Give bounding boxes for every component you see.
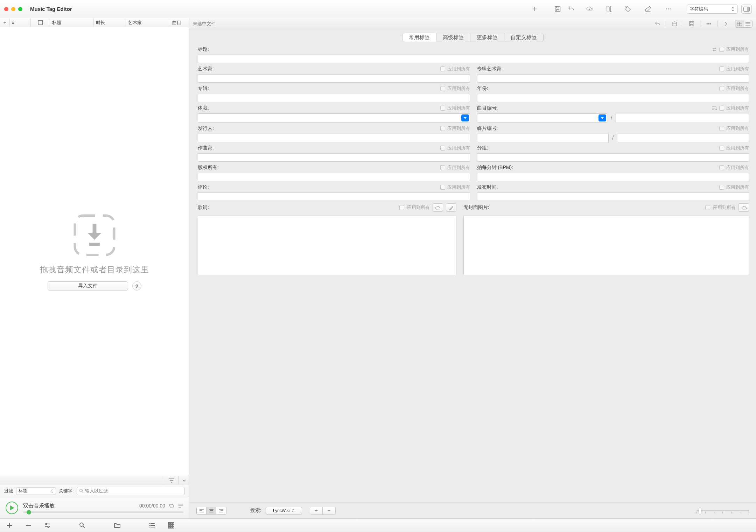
disc-total-input[interactable]	[617, 134, 749, 142]
genre-combo[interactable]	[198, 113, 470, 122]
tab-more[interactable]: 更多标签	[470, 33, 504, 42]
align-right-button[interactable]	[216, 507, 226, 514]
sort-icon[interactable]	[712, 105, 717, 111]
cover-add-button[interactable]: +	[310, 507, 323, 514]
detail-save-button[interactable]	[687, 20, 696, 28]
grouping-input[interactable]	[477, 153, 749, 162]
year-input[interactable]	[477, 94, 749, 102]
title-apply-check[interactable]	[719, 47, 724, 52]
bb-config-button[interactable]	[43, 521, 52, 530]
zoom-slider[interactable]	[696, 510, 749, 511]
search-engine-select[interactable]: LyricWiki	[266, 507, 302, 514]
col-title[interactable]: 标题	[50, 18, 94, 27]
bb-add-button[interactable]	[5, 521, 14, 530]
close-window-button[interactable]	[4, 7, 8, 11]
view-mode-list[interactable]	[744, 20, 752, 27]
publisher-input[interactable]	[198, 134, 470, 142]
album-input[interactable]	[198, 94, 470, 102]
zoom-window-button[interactable]	[18, 7, 22, 11]
svg-rect-29	[173, 525, 174, 526]
artist-input[interactable]	[198, 74, 470, 83]
col-artist[interactable]: 艺术家	[126, 18, 170, 27]
col-cover[interactable]	[31, 18, 50, 27]
filter-field-select[interactable]: 标题	[16, 487, 56, 495]
lyrics-edit-button[interactable]	[446, 203, 456, 212]
detail-undo-button[interactable]	[652, 20, 662, 28]
title-input[interactable]	[198, 55, 749, 63]
discno-apply-check[interactable]	[719, 126, 724, 131]
copyright-apply-check[interactable]	[440, 165, 445, 170]
composer-input[interactable]	[198, 153, 470, 162]
encoding-select[interactable]: 字符编码	[687, 5, 738, 14]
batch-rename-button[interactable]	[602, 3, 615, 15]
tab-common[interactable]: 常用标签	[402, 33, 436, 42]
publisher-apply-check[interactable]	[440, 126, 445, 131]
albumartist-apply-check[interactable]	[719, 66, 724, 71]
help-button[interactable]: ?	[132, 281, 141, 290]
track-no-combo[interactable]	[477, 113, 608, 122]
save-toolbar-button[interactable]	[551, 3, 564, 15]
artist-apply-check[interactable]	[440, 66, 445, 71]
filter-menu-button[interactable]	[164, 476, 178, 485]
tab-custom[interactable]: 自定义标签	[504, 33, 544, 42]
tag-button[interactable]	[621, 3, 634, 15]
align-left-button[interactable]	[197, 507, 206, 514]
cloud-download-button[interactable]	[581, 3, 598, 15]
tab-advanced[interactable]: 高级标签	[436, 33, 470, 42]
bb-grid-view-button[interactable]	[167, 521, 176, 530]
label-lyrics: 歌词:	[198, 204, 397, 211]
track-total-input[interactable]	[616, 114, 749, 122]
label-album: 专辑:	[198, 85, 438, 92]
reveal-button[interactable]	[670, 20, 679, 28]
release-time-input[interactable]	[477, 192, 749, 201]
col-track[interactable]: 曲目	[170, 18, 189, 27]
col-number[interactable]: #	[10, 18, 31, 27]
release-apply-check[interactable]	[719, 185, 724, 190]
toggle-right-panel[interactable]	[741, 5, 752, 14]
year-apply-check[interactable]	[719, 86, 724, 91]
import-files-button[interactable]: 导入文件	[48, 281, 128, 290]
align-center-button[interactable]	[206, 507, 216, 514]
bpm-apply-check[interactable]	[719, 165, 724, 170]
cover-dropzone[interactable]	[463, 216, 749, 275]
copyright-input[interactable]	[198, 173, 470, 181]
repeat-icon[interactable]	[169, 503, 174, 509]
lyrics-apply-check[interactable]	[399, 205, 404, 210]
swap-icon[interactable]	[712, 47, 717, 52]
view-mode-grid[interactable]	[735, 20, 744, 27]
trackno-apply-check[interactable]	[719, 106, 724, 111]
cover-apply-check[interactable]	[705, 205, 710, 210]
add-column-button[interactable]: +	[0, 18, 10, 27]
minimize-window-button[interactable]	[11, 7, 15, 11]
bpm-input[interactable]	[477, 173, 749, 181]
comment-apply-check[interactable]	[440, 185, 445, 190]
more-actions-button[interactable]	[662, 3, 675, 15]
col-duration[interactable]: 时长	[94, 18, 126, 27]
cover-remove-button[interactable]: −	[323, 507, 335, 514]
add-file-button[interactable]	[528, 3, 541, 15]
bb-remove-button[interactable]	[24, 521, 33, 530]
composer-apply-check[interactable]	[440, 146, 445, 150]
playlist-icon[interactable]	[178, 503, 183, 509]
play-button[interactable]	[6, 502, 18, 514]
next-button[interactable]	[721, 20, 731, 28]
album-apply-check[interactable]	[440, 86, 445, 91]
disc-no-input[interactable]	[477, 134, 609, 142]
bb-folder-button[interactable]	[113, 521, 122, 530]
album-artist-input[interactable]	[477, 74, 749, 83]
lyrics-textarea[interactable]	[198, 216, 456, 275]
drop-area[interactable]: 拖拽音频文件或者目录到这里 导入文件 ?	[0, 27, 189, 476]
grouping-apply-check[interactable]	[719, 146, 724, 150]
filter-chevron-button[interactable]	[178, 476, 189, 485]
cover-cloud-button[interactable]	[738, 203, 749, 212]
bb-list-view-button[interactable]	[148, 521, 157, 530]
undo-toolbar-button[interactable]	[564, 3, 578, 15]
detail-more-button[interactable]	[704, 20, 714, 28]
bb-search-button[interactable]	[78, 521, 87, 530]
player-progress[interactable]	[23, 511, 183, 513]
lyrics-cloud-button[interactable]	[433, 203, 443, 212]
comment-input[interactable]	[198, 192, 470, 201]
erase-button[interactable]	[641, 3, 654, 15]
filter-keyword-input[interactable]	[85, 488, 182, 493]
genre-apply-check[interactable]	[440, 106, 445, 111]
